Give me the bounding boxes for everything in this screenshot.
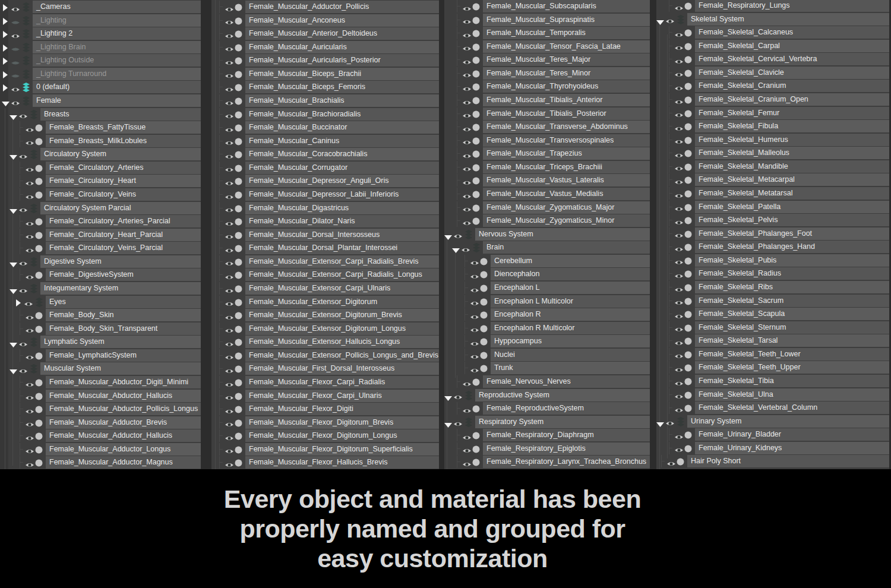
object-dot-icon[interactable] xyxy=(472,69,480,80)
object-row[interactable]: Female_Circulatory_Heart_Parcial xyxy=(0,229,201,241)
object-row[interactable]: Trunk xyxy=(444,362,650,374)
visibility-eye-icon[interactable] xyxy=(225,446,234,457)
object-dot-icon[interactable] xyxy=(235,217,242,228)
layer-stack-icon[interactable] xyxy=(676,417,685,429)
object-dot-icon[interactable] xyxy=(235,137,242,148)
visibility-eye-icon[interactable] xyxy=(11,44,20,55)
object-row[interactable]: Encephalon R xyxy=(444,308,650,321)
object-row[interactable]: Female_Body_Skin_Transparent xyxy=(0,323,201,335)
visibility-eye-icon[interactable] xyxy=(25,433,34,444)
object-dot-icon[interactable] xyxy=(235,70,242,81)
visibility-eye-icon[interactable] xyxy=(11,71,20,81)
object-row[interactable]: Encephalon L xyxy=(444,282,650,294)
group-row[interactable]: Skeletal System xyxy=(656,13,889,26)
object-dot-icon[interactable] xyxy=(35,325,43,336)
object-row[interactable]: Female_Skeletal_Carpal xyxy=(656,40,889,52)
visibility-eye-icon[interactable] xyxy=(462,178,472,188)
visibility-eye-icon[interactable] xyxy=(462,445,472,456)
row-bar[interactable] xyxy=(491,362,650,374)
visibility-eye-icon[interactable] xyxy=(462,97,472,108)
visibility-eye-icon[interactable] xyxy=(674,137,684,147)
object-row[interactable]: Female_Muscular_Dorsal_Plantar_Interosse… xyxy=(211,242,439,254)
object-row[interactable]: Female_Muscular_Tibialis_Posterior xyxy=(444,108,650,120)
object-dot-icon[interactable] xyxy=(472,56,480,67)
visibility-eye-icon[interactable] xyxy=(674,298,684,308)
object-dot-icon[interactable] xyxy=(235,17,242,27)
object-dot-icon[interactable] xyxy=(472,378,480,388)
object-row[interactable]: Female_Skeletal_Pelvis xyxy=(656,214,889,226)
object-dot-icon[interactable] xyxy=(235,231,242,242)
object-dot-icon[interactable] xyxy=(235,244,242,255)
visibility-eye-icon[interactable] xyxy=(453,419,463,429)
visibility-eye-icon[interactable] xyxy=(666,459,676,469)
object-dot-icon[interactable] xyxy=(472,163,480,174)
group-row[interactable]: Respiratory System xyxy=(444,416,650,428)
object-dot-icon[interactable] xyxy=(472,43,480,53)
visibility-eye-icon[interactable] xyxy=(462,406,472,416)
visibility-eye-icon[interactable] xyxy=(462,191,472,202)
visibility-eye-icon[interactable] xyxy=(674,405,684,416)
visibility-eye-icon[interactable] xyxy=(225,339,234,350)
object-dot-icon[interactable] xyxy=(235,150,242,161)
triangle-down-icon[interactable] xyxy=(10,366,17,377)
object-row[interactable]: Female_Respiratory_Diaphragm xyxy=(444,429,650,441)
object-dot-icon[interactable] xyxy=(684,69,692,80)
visibility-eye-icon[interactable] xyxy=(453,231,463,242)
object-row[interactable]: Female_Muscular_Subscapularis xyxy=(444,0,650,12)
visibility-eye-icon[interactable] xyxy=(25,419,34,430)
object-row[interactable]: Encephalon L Multicolor xyxy=(444,295,650,308)
layer-stack-icon[interactable] xyxy=(21,43,31,55)
visibility-eye-icon[interactable] xyxy=(462,4,472,14)
visibility-eye-icon[interactable] xyxy=(25,272,34,283)
object-row[interactable]: Female_Circulatory_Veins xyxy=(0,188,201,201)
object-row[interactable]: Female_Muscular_Thyrohyoideus xyxy=(444,80,650,93)
visibility-eye-icon[interactable] xyxy=(462,43,472,54)
object-row[interactable]: Female_Muscular_Extensor_Digitorum_Brevi… xyxy=(211,309,439,321)
visibility-eye-icon[interactable] xyxy=(25,192,34,203)
object-dot-icon[interactable] xyxy=(35,445,43,456)
visibility-eye-icon[interactable] xyxy=(225,419,234,430)
object-dot-icon[interactable] xyxy=(684,136,692,147)
visibility-eye-icon[interactable] xyxy=(225,219,234,229)
layer-stack-icon[interactable] xyxy=(472,243,481,255)
visibility-eye-icon[interactable] xyxy=(462,124,472,135)
layer-stack-icon[interactable] xyxy=(29,204,39,216)
visibility-eye-icon[interactable] xyxy=(225,58,234,68)
object-row[interactable]: Female_Muscular_Biceps_Brachii xyxy=(211,68,439,80)
object-dot-icon[interactable] xyxy=(684,283,692,294)
visibility-eye-icon[interactable] xyxy=(462,70,472,81)
layer-stack-icon[interactable] xyxy=(29,337,39,349)
visibility-eye-icon[interactable] xyxy=(25,446,34,457)
visibility-eye-icon[interactable] xyxy=(225,151,234,162)
object-dot-icon[interactable] xyxy=(472,190,480,201)
visibility-eye-icon[interactable] xyxy=(674,284,684,295)
object-dot-icon[interactable] xyxy=(235,338,242,349)
visibility-eye-icon[interactable] xyxy=(674,445,684,456)
visibility-eye-icon[interactable] xyxy=(24,299,33,309)
object-row[interactable]: Female_Skeletal_Metacarpal xyxy=(656,173,889,186)
group-row[interactable]: _Cameras xyxy=(0,1,201,13)
visibility-eye-icon[interactable] xyxy=(225,111,234,122)
visibility-eye-icon[interactable] xyxy=(674,191,684,201)
object-dot-icon[interactable] xyxy=(472,137,480,147)
object-dot-icon[interactable] xyxy=(35,432,43,442)
object-row[interactable]: Female_Muscular_Flexor_Hallucis_Brevis xyxy=(211,456,439,469)
layer-stack-icon[interactable] xyxy=(21,2,31,14)
object-dot-icon[interactable] xyxy=(472,404,480,415)
group-row[interactable]: Breasts xyxy=(0,108,201,121)
object-row[interactable]: Female_Muscular_Tensor_Fascia_Latae xyxy=(444,40,650,53)
visibility-eye-icon[interactable] xyxy=(225,98,234,109)
object-row[interactable]: Female_Muscular_Abductor_Hallucis xyxy=(0,390,201,402)
triangle-right-icon[interactable] xyxy=(16,298,21,309)
object-row[interactable]: Female_Skeletal_Malleolus xyxy=(656,147,889,159)
visibility-eye-icon[interactable] xyxy=(225,406,234,417)
object-dot-icon[interactable] xyxy=(235,110,242,121)
object-row[interactable]: Female_Skeletal_Vertebral_Column xyxy=(656,402,889,414)
visibility-eye-icon[interactable] xyxy=(462,30,472,41)
object-row[interactable]: Female_Muscular_Corrugator xyxy=(211,162,439,174)
layer-stack-icon[interactable] xyxy=(29,150,39,162)
object-row[interactable]: Female_Muscular_Extensor_Pollicis_Longus… xyxy=(211,349,439,362)
visibility-eye-icon[interactable] xyxy=(462,164,472,175)
object-dot-icon[interactable] xyxy=(35,164,43,175)
object-dot-icon[interactable] xyxy=(472,29,480,40)
